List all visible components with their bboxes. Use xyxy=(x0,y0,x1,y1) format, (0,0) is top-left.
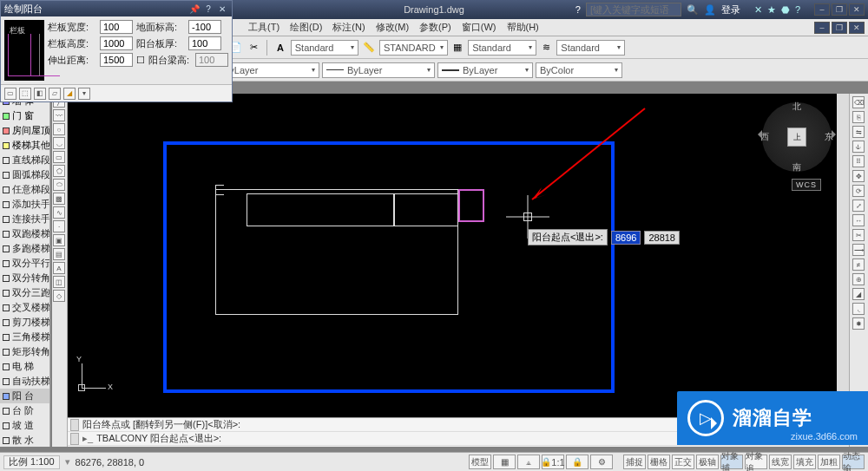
sb-annoscale[interactable]: 🔒 1:1 xyxy=(542,455,564,469)
mod-offset[interactable]: ⫝ xyxy=(852,141,865,153)
tool-block[interactable]: ▣ xyxy=(53,234,65,246)
sb-fill[interactable]: 填充 xyxy=(793,455,816,469)
sb-iso-icon[interactable]: ⟁ xyxy=(517,455,540,469)
doc-minimize[interactable]: – xyxy=(814,22,830,34)
menu-dim[interactable]: 标注(N) xyxy=(327,19,370,36)
cat-cross-stair[interactable]: 交叉楼梯 xyxy=(0,300,49,315)
mod-scale[interactable]: ⤢ xyxy=(852,200,865,212)
search-icon[interactable]: 🔍 xyxy=(687,4,699,16)
chk-beam[interactable]: ☐ xyxy=(136,55,145,66)
panel-close-icon[interactable]: ✕ xyxy=(216,3,228,15)
cat-split-three[interactable]: 双分三跑 xyxy=(0,285,49,300)
sb-otrack[interactable]: 对象追 xyxy=(745,455,767,469)
mlstyle-icon[interactable]: ≋ xyxy=(539,39,554,56)
mod-chamfer[interactable]: ◢ xyxy=(852,288,865,300)
cmd-handle2[interactable] xyxy=(70,433,79,445)
pt-shape5[interactable]: ◢ xyxy=(63,88,76,100)
cat-ramp[interactable]: 坡 道 xyxy=(0,418,49,433)
inp-thick[interactable] xyxy=(188,36,221,50)
pt-shape3[interactable]: ◧ xyxy=(34,88,46,100)
mlstyle-combo[interactable]: Standard▾ xyxy=(556,40,625,56)
panel-pin-icon[interactable]: 📌 xyxy=(188,3,201,15)
tool-ellipse[interactable]: ⬭ xyxy=(53,179,65,191)
globe-icon[interactable]: ⬣ xyxy=(781,4,790,16)
mod-array[interactable]: ⠿ xyxy=(852,155,865,167)
help2-icon[interactable]: ? xyxy=(795,4,800,15)
cube-top[interactable]: 上 xyxy=(787,128,806,147)
exchange-icon[interactable]: ✕ xyxy=(754,4,762,16)
panel-help-icon[interactable]: ? xyxy=(202,3,214,15)
cat-scissor-stair[interactable]: 剪刀楼梯 xyxy=(0,315,49,330)
cat-rect-turn[interactable]: 矩形转角 xyxy=(0,344,49,359)
tool-point[interactable]: · xyxy=(53,220,65,232)
sb-model[interactable]: 模型 xyxy=(469,455,491,469)
tool-text[interactable]: A xyxy=(53,262,65,274)
scrollbar-vertical[interactable] xyxy=(837,94,849,417)
mod-trim[interactable]: ✂ xyxy=(852,229,865,241)
dim-style-icon[interactable]: 📏 xyxy=(361,39,376,56)
tool-arc[interactable]: ◡ xyxy=(53,137,65,149)
tool-pline[interactable]: 〰 xyxy=(53,109,65,121)
inp-ext[interactable] xyxy=(100,53,133,67)
doc-restore[interactable]: ❐ xyxy=(832,22,847,34)
dyn-val2[interactable]: 28818 xyxy=(644,231,680,245)
text-style-icon[interactable]: A xyxy=(273,39,287,56)
cat-elevator[interactable]: 电 梯 xyxy=(0,359,49,374)
cat-apron[interactable]: 散 水 xyxy=(0,433,49,447)
cat-escalator[interactable]: 自动扶梯 xyxy=(0,374,49,389)
dimstyle-combo[interactable]: STANDARD▾ xyxy=(379,40,448,56)
ltype-combo[interactable]: ByLayer▾ xyxy=(322,62,435,78)
cat-stair-other[interactable]: 楼梯其他 xyxy=(0,138,49,153)
sb-osnap[interactable]: 对象捕 xyxy=(720,455,743,469)
maximize-button[interactable]: ❐ xyxy=(832,3,847,16)
star-icon[interactable]: ★ xyxy=(767,4,776,16)
cut-icon[interactable]: ✂ xyxy=(247,39,261,56)
sb-bold[interactable]: 加粗 xyxy=(818,455,840,469)
sb-lwt[interactable]: 线宽 xyxy=(769,455,792,469)
sb-grid[interactable]: 栅格 xyxy=(648,455,670,469)
cat-balcony[interactable]: 阳 台 xyxy=(0,389,49,403)
cat-add-rail[interactable]: 添加扶手 xyxy=(0,197,49,212)
pt-shape1[interactable]: ▭ xyxy=(4,88,16,100)
pt-shape6[interactable]: ▾ xyxy=(78,88,90,100)
balcony-panel[interactable]: 绘制阳台 📌 ? ✕ 栏板 栏板宽度: 地面标高: 栏板高度: 阳台板厚 xyxy=(0,0,233,102)
textstyle-combo[interactable]: Standard▾ xyxy=(291,40,359,56)
mod-stretch[interactable]: ↔ xyxy=(852,214,865,226)
mod-rotate[interactable]: ⟳ xyxy=(852,185,865,197)
view-cube[interactable]: 上 北 南 东 西 xyxy=(762,102,832,172)
sb-gear-icon[interactable]: ⚙ xyxy=(590,455,613,469)
minimize-button[interactable]: – xyxy=(814,3,830,16)
menu-window[interactable]: 窗口(W) xyxy=(457,19,502,36)
cat-arc-stair[interactable]: 圆弧梯段 xyxy=(0,167,49,182)
menu-help[interactable]: 帮助(H) xyxy=(502,19,544,36)
pt-shape4[interactable]: ▱ xyxy=(49,88,61,100)
lweight-combo[interactable]: ByLayer▾ xyxy=(437,62,533,78)
dyn-val1[interactable]: 8696 xyxy=(611,231,641,245)
help-icon[interactable]: ? xyxy=(575,4,581,15)
cat-any-stair[interactable]: 任意梯段 xyxy=(0,182,49,197)
sb-polar[interactable]: 极轴 xyxy=(696,455,719,469)
wcs-badge[interactable]: WCS xyxy=(792,179,821,191)
mod-copy[interactable]: ⎘ xyxy=(852,111,865,123)
cmd-input[interactable]: TBALCONY 阳台起点<退出>: xyxy=(96,432,221,445)
doc-close[interactable]: ✕ xyxy=(849,22,865,34)
mod-extend[interactable]: ⟶ xyxy=(852,244,865,256)
login-label[interactable]: 登录 xyxy=(721,3,740,16)
sb-annoshow[interactable]: 🔒 xyxy=(566,455,589,469)
tablestyle-combo[interactable]: Standard▾ xyxy=(468,40,536,56)
cat-split-parallel[interactable]: 双分平行 xyxy=(0,256,49,271)
mod-explode[interactable]: ✸ xyxy=(852,317,865,330)
cat-split-turn[interactable]: 双分转角 xyxy=(0,271,49,285)
compass-left[interactable] xyxy=(753,130,762,139)
keyword-input[interactable] xyxy=(586,3,681,16)
tool-poly[interactable]: ⬠ xyxy=(53,165,65,177)
mod-join[interactable]: ⊕ xyxy=(852,273,865,285)
drawing-area[interactable]: 阳台起点<退出>: 8696 28818 上 北 南 东 西 WCS Y X ◂… xyxy=(68,94,849,429)
cat-tri-stair[interactable]: 三角楼梯 xyxy=(0,330,49,344)
sb-grid-icon[interactable]: ▦ xyxy=(493,455,516,469)
cmd-handle[interactable] xyxy=(70,419,79,431)
cat-step[interactable]: 台 阶 xyxy=(0,403,49,418)
login-icon[interactable]: 👤 xyxy=(704,4,716,16)
tool-spline[interactable]: ∿ xyxy=(53,206,65,219)
mod-mirror[interactable]: ⇋ xyxy=(852,126,865,138)
